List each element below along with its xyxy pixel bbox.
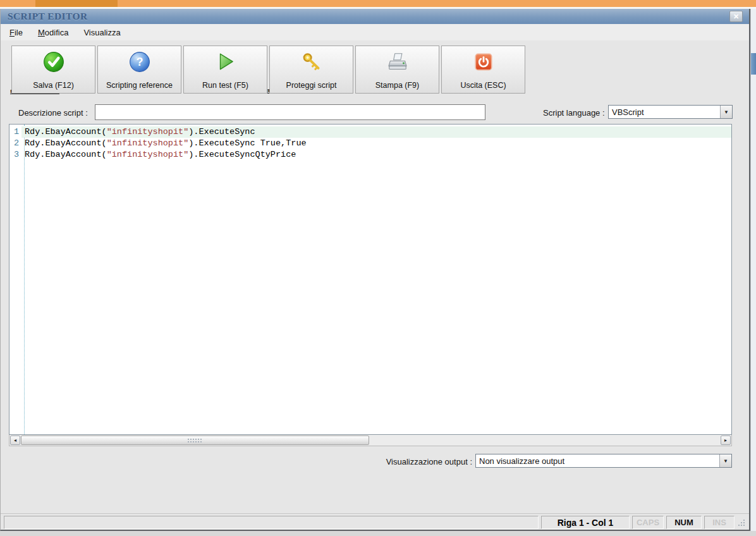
toolbar: ronizzazione ar all'edizion Salva (F12)	[1, 40, 749, 104]
code-text: Rdy.EbayAccount("infinityshopit").Execut…	[21, 126, 731, 138]
menu-item-file[interactable]: File	[9, 28, 23, 37]
run-test-button-label: Run test (F5)	[202, 81, 248, 90]
close-button[interactable]: ✕	[729, 11, 743, 22]
background-app-strip	[0, 0, 756, 7]
description-label: Descrizione script :	[18, 108, 88, 118]
scripting-reference-button[interactable]: ? Scripting reference	[97, 46, 181, 94]
status-bar: Riga 1 - Col 1 CAPS NUM INS	[1, 513, 749, 530]
language-select-value: VBScript	[609, 107, 720, 117]
window-title: SCRIPT EDITOR	[8, 11, 88, 22]
salva-button[interactable]: Salva (F12)	[11, 46, 95, 94]
menu-bar: File Modifica Visualizza	[1, 24, 749, 40]
close-icon: ✕	[733, 13, 739, 21]
save-check-icon	[42, 51, 65, 73]
editor-lines: 1 Rdy.EbayAccount("infinityshopit").Exec…	[9, 125, 731, 161]
horizontal-scrollbar[interactable]: ◂ ▸	[9, 435, 732, 446]
scripting-reference-button-label: Scripting reference	[106, 81, 173, 90]
thumb-gripper-dots	[188, 439, 203, 442]
num-lock-indicator: NUM	[666, 516, 702, 529]
status-message-panel	[4, 516, 539, 529]
svg-text:?: ?	[136, 56, 143, 68]
output-select[interactable]: Non visualizzare output ▼	[475, 454, 732, 468]
title-bar[interactable]: SCRIPT EDITOR ✕	[1, 9, 749, 24]
key-icon	[300, 51, 323, 73]
line-number: 1	[9, 126, 21, 138]
language-select[interactable]: VBScript ▼	[608, 105, 733, 119]
menu-item-modifica[interactable]: Modifica	[38, 28, 68, 37]
power-exit-icon	[472, 51, 495, 73]
scroll-left-arrow-icon[interactable]: ◂	[10, 436, 20, 445]
caps-lock-indicator: CAPS	[632, 516, 664, 529]
scrollbar-thumb[interactable]	[21, 436, 369, 445]
menu-item-visualizza[interactable]: Visualizza	[83, 28, 120, 37]
insert-mode-indicator: INS	[704, 516, 735, 529]
line-number: 3	[9, 149, 21, 161]
scroll-right-arrow-icon[interactable]: ▸	[721, 436, 731, 445]
screen: SCRIPT EDITOR ✕ File Modifica Visualizza…	[0, 0, 756, 536]
uscita-button[interactable]: Uscita (ESC)	[441, 46, 525, 94]
chevron-down-icon[interactable]: ▼	[720, 106, 732, 118]
proteggi-script-button[interactable]: Proteggi script	[269, 46, 353, 94]
output-label: Visualizzazione output :	[380, 457, 472, 466]
run-test-button[interactable]: Run test (F5)	[183, 46, 267, 94]
background-app-tab	[35, 0, 118, 7]
output-select-value: Non visualizzare output	[476, 456, 719, 466]
script-editor-window: SCRIPT EDITOR ✕ File Modifica Visualizza…	[0, 9, 750, 531]
code-editor[interactable]: 1 Rdy.EbayAccount("infinityshopit").Exec…	[9, 124, 732, 435]
help-question-icon: ?	[128, 51, 151, 73]
cursor-position-indicator: Riga 1 - Col 1	[541, 516, 630, 529]
salva-button-label: Salva (F12)	[33, 81, 74, 90]
run-play-icon	[214, 51, 237, 73]
code-text: Rdy.EbayAccount("infinityshopit").Execut…	[21, 149, 731, 161]
code-line[interactable]: 3 Rdy.EbayAccount("infinityshopit").Exec…	[9, 149, 731, 161]
printer-icon	[386, 51, 409, 73]
chevron-down-icon[interactable]: ▼	[719, 454, 731, 467]
stampa-button-label: Stampa (F9)	[375, 81, 419, 90]
code-text: Rdy.EbayAccount("infinityshopit").Execut…	[21, 138, 731, 149]
code-line[interactable]: 2 Rdy.EbayAccount("infinityshopit").Exec…	[9, 138, 731, 149]
description-input[interactable]	[95, 104, 485, 120]
resize-grip[interactable]	[738, 520, 745, 526]
background-scrollbar-thumb	[751, 53, 756, 75]
language-label: Script language :	[543, 108, 605, 118]
stampa-button[interactable]: Stampa (F9)	[355, 46, 439, 94]
code-line[interactable]: 1 Rdy.EbayAccount("infinityshopit").Exec…	[9, 126, 731, 138]
uscita-button-label: Uscita (ESC)	[460, 81, 506, 90]
proteggi-script-button-label: Proteggi script	[286, 81, 337, 90]
background-scrollbar-strip	[750, 9, 756, 531]
line-number: 2	[9, 138, 21, 149]
gutter-separator	[24, 125, 25, 434]
